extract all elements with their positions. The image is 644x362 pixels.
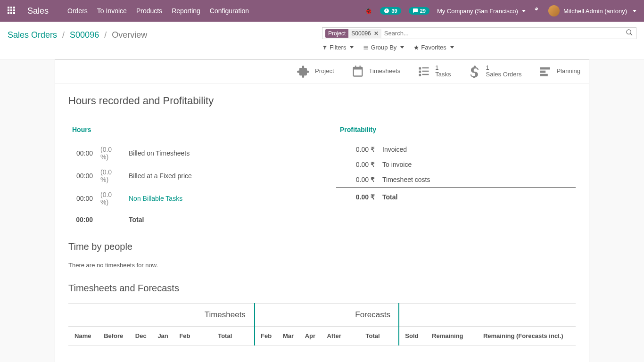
table-row: 0.00 ₹Invoiced [336,142,576,157]
bug-icon[interactable]: 🐞 [364,7,372,15]
company-switcher[interactable]: My Company (San Francisco) [437,8,526,15]
stat-sales-orders-button[interactable]: 1Sales Orders [460,60,530,83]
stat-planning-button[interactable]: Planning [530,60,589,83]
nav-orders[interactable]: Orders [67,7,88,15]
filter-icon [322,45,328,50]
tasks-icon [417,65,430,78]
chat-icon [413,8,418,14]
activity-badge[interactable]: 39 [380,7,401,15]
col-apr: Apr [299,326,321,345]
timesheets-forecasts-grid: Timesheets Forecasts Name Before Dec Jan… [68,303,576,346]
empty-timesheets-note: There are no timesheets for now. [68,262,576,269]
table-row: 00:00(0.0 %)Billed at a Fixed price [68,165,308,187]
svg-line-1 [630,33,632,35]
nav-products[interactable]: Products [136,7,162,15]
top-nav: Orders To Invoice Products Reporting Con… [67,7,249,15]
content-area: Project Timesheets 1Tasks 1Sales Orders … [0,59,644,362]
hours-title: Hours [68,126,308,133]
heading-time-by-people: Time by people [68,241,576,252]
table-row: 0.00 ₹To invoice [336,157,576,172]
user-menu[interactable]: Mitchell Admin (antony) [548,5,636,16]
non-billable-link[interactable]: Non Billable Tasks [125,187,308,210]
table-row: 00:00(0.0 %)Non Billable Tasks [68,187,308,210]
hours-total-row: 00:00Total [68,210,308,227]
developer-tools-icon[interactable] [533,7,541,16]
col-name: Name [68,326,98,345]
search-facet-label: Project [325,29,348,38]
grid-group-timesheets: Timesheets [196,303,255,326]
search-facet-value: S00096 ✕ [348,29,381,38]
search-options: Filters Group By Favorites [322,44,636,51]
breadcrumb-parent[interactable]: S00096 [70,30,99,40]
col-remaining: Remaining [424,326,471,345]
calendar-icon [351,65,364,78]
messages-badge[interactable]: 29 [409,7,429,15]
control-panel: Sales Orders / S00096 / Overview Project… [0,22,644,59]
svg-point-0 [627,30,631,34]
heading-hours-profitability: Hours recorded and Profitability [68,95,576,107]
apps-icon[interactable] [8,7,16,15]
col-total-ts: Total [196,326,255,345]
star-icon [413,45,419,50]
favorites-menu[interactable]: Favorites [413,44,454,51]
heading-timesheets-forecasts: Timesheets and Forecasts [68,283,576,294]
col-mar: Mar [277,326,299,345]
nav-to-invoice[interactable]: To Invoice [97,7,127,15]
close-icon[interactable]: ✕ [374,30,379,37]
form-sheet: Project Timesheets 1Tasks 1Sales Orders … [55,59,589,362]
col-feb2: Feb [255,326,277,345]
nav-reporting[interactable]: Reporting [172,7,200,15]
stat-project-button[interactable]: Project [289,60,342,83]
table-row: 00:00(0.0 %)Billed on Timesheets [68,142,308,165]
breadcrumb-current: Overview [112,30,147,40]
stat-tasks-button[interactable]: 1Tasks [409,60,459,83]
col-total-fc: Total [347,326,399,345]
breadcrumb: Sales Orders / S00096 / Overview [8,27,147,40]
topbar: Sales Orders To Invoice Products Reporti… [0,0,644,22]
hours-table: 00:00(0.0 %)Billed on Timesheets 00:00(0… [68,142,308,227]
search-input[interactable] [381,29,626,38]
dollar-icon [468,65,481,78]
nav-configuration[interactable]: Configuration [210,7,249,15]
systray: 🐞 39 29 My Company (San Francisco) Mitch… [364,5,636,16]
grid-group-forecasts: Forecasts [347,303,399,326]
col-remaining-incl: Remaining (Forecasts incl.) [471,326,576,345]
puzzle-icon [297,65,310,78]
planning-icon [538,65,552,78]
profitability-table: 0.00 ₹Invoiced 0.00 ₹To invoice 0.00 ₹Ti… [336,142,576,205]
search-icon[interactable] [626,29,633,38]
search-box[interactable]: Project S00096 ✕ [322,27,636,39]
col-before: Before [98,326,130,345]
filters-menu[interactable]: Filters [322,44,354,51]
col-jan: Jan [152,326,174,345]
avatar [548,5,560,16]
profitability-title: Profitability [336,126,576,133]
col-sold: Sold [399,326,424,345]
breadcrumb-root[interactable]: Sales Orders [8,30,57,40]
col-after: After [321,326,347,345]
list-icon [363,45,369,50]
app-brand[interactable]: Sales [27,6,49,16]
stat-timesheets-button[interactable]: Timesheets [343,60,409,83]
groupby-menu[interactable]: Group By [363,44,404,51]
stat-button-box: Project Timesheets 1Tasks 1Sales Orders … [55,60,589,83]
table-row: 0.00 ₹Timesheet costs [336,172,576,188]
col-feb: Feb [174,326,196,345]
clock-icon [384,8,389,14]
profit-total-row: 0.00 ₹Total [336,187,576,205]
col-dec: Dec [130,326,152,345]
